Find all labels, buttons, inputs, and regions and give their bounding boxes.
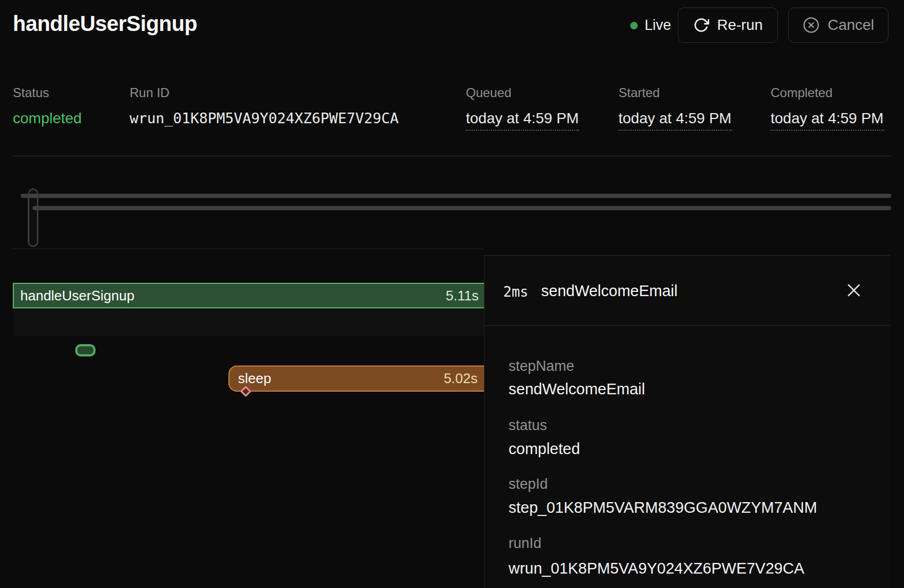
span-sleep[interactable]: sleep 5.02s (228, 365, 484, 392)
run-id-value: wrun_01K8PM5VA9Y024XZ6PWE7V29CA (130, 110, 399, 126)
completed-value[interactable]: today at 4:59 PM (771, 110, 884, 131)
panel-step-duration: 2ms (503, 284, 528, 300)
workflow-run-page: handleUserSignup Live Re-run Cancel Stat… (0, 0, 904, 588)
minimap-span-root (21, 194, 891, 198)
field-stepId-value: step_01K8PM5VARM839GGA0WZYM7ANM (509, 499, 817, 517)
meta-run-id: Run ID wrun_01K8PM5VA9Y024XZ6PWE7V29CA (130, 85, 399, 126)
field-runId-value: wrun_01K8PM5VA9Y024XZ6PWE7V29CA (509, 560, 804, 577)
panel-header-divider (485, 325, 890, 326)
page-title: handleUserSignup (13, 12, 197, 36)
started-value[interactable]: today at 4:59 PM (618, 110, 732, 131)
cancel-label: Cancel (828, 17, 874, 34)
meta-completed: Completed today at 4:59 PM (771, 85, 884, 131)
field-status-label: status (509, 417, 547, 434)
minimap-span-sleep (33, 206, 891, 210)
status-value: completed (13, 110, 82, 127)
span-label: handleUserSignup (20, 288, 134, 304)
field-runId-label: runId (509, 535, 542, 552)
meta-queued: Queued today at 4:59 PM (466, 85, 579, 131)
queued-value[interactable]: today at 4:59 PM (466, 110, 579, 131)
meta-started: Started today at 4:59 PM (618, 85, 732, 131)
span-label: sleep (238, 370, 271, 387)
span-handleUserSignup[interactable]: handleUserSignup 5.11s (13, 283, 484, 308)
chart-top-border (13, 249, 484, 249)
x-circle-icon (803, 17, 820, 34)
close-icon[interactable] (845, 282, 862, 299)
field-stepName-label: stepName (509, 358, 574, 375)
refresh-icon (693, 17, 709, 33)
live-dot-icon (630, 22, 638, 29)
step-detail-panel: 2ms sendWelcomeEmail stepName sendWelcom… (484, 255, 890, 588)
completed-label: Completed (771, 85, 884, 100)
cancel-button[interactable]: Cancel (788, 7, 889, 43)
rerun-button[interactable]: Re-run (678, 7, 778, 43)
span-sendWelcomeEmail-pill[interactable] (75, 344, 96, 356)
field-stepId-label: stepId (509, 476, 548, 492)
section-divider (13, 156, 891, 156)
live-label: Live (645, 17, 671, 34)
chart-row-stripe (13, 310, 484, 336)
started-label: Started (618, 85, 732, 100)
status-label: Status (13, 85, 82, 100)
run-id-label: Run ID (130, 85, 399, 100)
field-stepName-value: sendWelcomeEmail (509, 380, 645, 398)
rerun-label: Re-run (717, 17, 763, 34)
span-duration: 5.02s (443, 370, 478, 387)
meta-status: Status completed (13, 85, 82, 127)
live-indicator: Live (630, 17, 671, 34)
minimap-zoom-handle[interactable] (28, 188, 38, 247)
span-duration: 5.11s (446, 288, 479, 304)
queued-label: Queued (466, 85, 579, 100)
panel-step-title: sendWelcomeEmail (541, 282, 678, 300)
field-status-value: completed (509, 440, 580, 458)
